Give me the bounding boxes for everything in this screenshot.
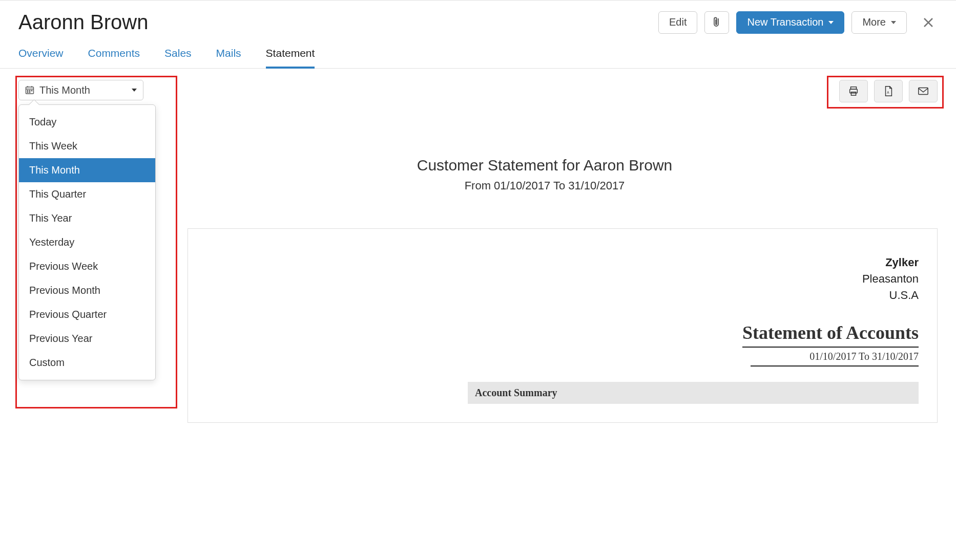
calendar-icon — [25, 85, 34, 95]
content-area: This Month Today This Week This Month Th… — [0, 69, 956, 434]
header-actions: Edit New Transaction More — [658, 11, 938, 34]
new-transaction-button[interactable]: New Transaction — [736, 11, 844, 34]
svg-rect-8 — [851, 92, 856, 95]
date-option-yesterday[interactable]: Yesterday — [19, 230, 155, 254]
date-option-this-month[interactable]: This Month — [19, 158, 155, 182]
tab-overview[interactable]: Overview — [18, 42, 64, 69]
account-summary-header: Account Summary — [468, 382, 919, 404]
header-row: Aaronn Brown Edit New Transaction More — [0, 1, 956, 42]
pdf-button[interactable]: A — [874, 80, 903, 102]
print-button[interactable] — [839, 80, 868, 102]
chevron-down-icon — [132, 89, 137, 92]
attachment-button[interactable] — [704, 11, 729, 34]
svg-point-2 — [29, 90, 30, 91]
company-address-block: Zylker Pleasanton U.S.A — [206, 254, 919, 304]
date-option-custom[interactable]: Custom — [19, 351, 155, 375]
date-option-previous-quarter[interactable]: Previous Quarter — [19, 303, 155, 327]
chevron-down-icon — [891, 21, 896, 24]
chevron-down-icon — [828, 21, 834, 24]
tab-sales[interactable]: Sales — [164, 42, 192, 69]
email-button[interactable] — [909, 80, 938, 102]
company-name: Zylker — [206, 254, 919, 271]
svg-point-4 — [27, 92, 28, 93]
svg-point-5 — [29, 92, 30, 93]
svg-rect-10 — [919, 88, 928, 95]
statement-date-range: From 01/10/2017 To 31/10/2017 — [152, 179, 938, 192]
close-button[interactable] — [919, 13, 938, 32]
svg-point-1 — [27, 90, 28, 91]
svg-point-3 — [31, 90, 32, 91]
company-city: Pleasanton — [206, 271, 919, 287]
statement-of-accounts-dates: 01/10/2017 To 31/10/2017 — [751, 348, 919, 367]
date-option-this-quarter[interactable]: This Quarter — [19, 182, 155, 206]
page-container: Aaronn Brown Edit New Transaction More — [0, 0, 956, 434]
new-transaction-label: New Transaction — [747, 16, 823, 28]
date-filter-wrap: This Month Today This Week This Month Th… — [18, 80, 143, 100]
statement-title: Customer Statement for Aaron Brown — [152, 157, 938, 174]
date-filter-button[interactable]: This Month — [18, 80, 143, 100]
date-filter-dropdown: Today This Week This Month This Quarter … — [18, 104, 156, 380]
svg-text:A: A — [887, 91, 889, 94]
statement-header: Customer Statement for Aaron Brown From … — [152, 157, 938, 192]
company-country: U.S.A — [206, 287, 919, 304]
date-option-previous-year[interactable]: Previous Year — [19, 327, 155, 351]
pdf-icon: A — [883, 85, 893, 97]
tab-mails[interactable]: Mails — [216, 42, 241, 69]
more-label: More — [862, 16, 886, 28]
tab-comments[interactable]: Comments — [88, 42, 140, 69]
more-button[interactable]: More — [851, 11, 907, 34]
statement-of-accounts-title: Statement of Accounts — [742, 322, 919, 348]
attachment-icon — [712, 17, 721, 28]
date-option-this-week[interactable]: This Week — [19, 134, 155, 158]
tab-statement[interactable]: Statement — [266, 42, 315, 69]
document-preview: Zylker Pleasanton U.S.A Statement of Acc… — [188, 228, 938, 423]
statement-actions: A — [839, 80, 938, 102]
date-option-today[interactable]: Today — [19, 110, 155, 134]
print-icon — [848, 85, 859, 97]
email-icon — [918, 87, 929, 96]
date-filter-selected-label: This Month — [39, 84, 90, 96]
edit-button[interactable]: Edit — [658, 11, 697, 34]
tabs-bar: Overview Comments Sales Mails Statement — [0, 42, 956, 69]
date-option-this-year[interactable]: This Year — [19, 206, 155, 230]
date-option-previous-week[interactable]: Previous Week — [19, 254, 155, 278]
customer-name-heading: Aaronn Brown — [18, 11, 148, 34]
date-option-previous-month[interactable]: Previous Month — [19, 278, 155, 303]
